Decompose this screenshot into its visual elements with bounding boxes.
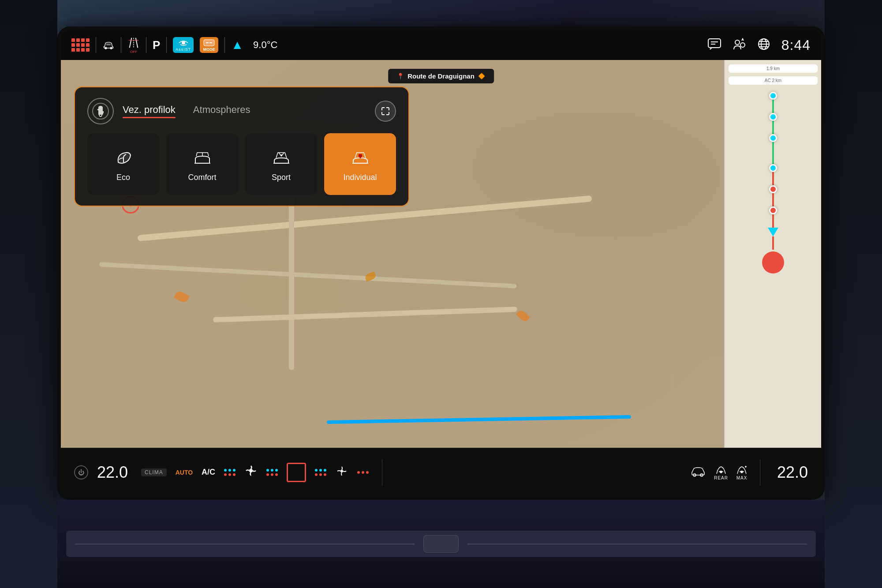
sport-label: Sport <box>272 173 291 182</box>
control-track-left[interactable] <box>75 543 415 545</box>
comfort-label: Comfort <box>188 173 216 182</box>
lane-assist-icon[interactable]: OFF <box>127 37 140 54</box>
map-nav-arrow <box>768 228 778 236</box>
touch-icon <box>87 98 114 124</box>
route-segment-5 <box>772 193 774 206</box>
svg-point-23 <box>741 471 743 473</box>
mode-cards: Eco Co <box>87 133 396 195</box>
assist-button[interactable]: AssIST <box>173 37 194 53</box>
message-icon[interactable] <box>707 38 721 52</box>
route-dot-end <box>762 251 784 273</box>
route-dot-5 <box>769 185 777 193</box>
mode-card-comfort[interactable]: Comfort <box>166 133 238 195</box>
volume-knob[interactable] <box>423 535 459 553</box>
time-display: 8:44 <box>781 37 811 53</box>
route-sign: 📍 Route de Draguignan 🔶 <box>388 69 494 83</box>
center-heat-button[interactable] <box>287 463 306 482</box>
climate-bar: ⏻ 22.0 CLIMA AUTO A/C <box>61 448 821 496</box>
parking-icon[interactable]: P <box>153 38 160 52</box>
svg-point-9 <box>740 43 745 47</box>
svg-point-18 <box>249 469 253 472</box>
fan-icon[interactable] <box>244 464 258 480</box>
temp-left: 22.0 <box>97 463 132 482</box>
status-bar-right: 8:44 <box>707 37 811 53</box>
clima-label: CLIMA <box>141 468 167 476</box>
dash-left <box>0 0 57 588</box>
individual-icon <box>351 148 370 168</box>
max-button[interactable]: MAX <box>736 464 747 480</box>
mode-card-sport[interactable]: Sport <box>245 133 317 195</box>
route-dot-3 <box>769 134 777 142</box>
route-segment-1 <box>772 100 774 113</box>
screen-bezel: OFF P AssIST <box>57 26 825 500</box>
car-outline-icon[interactable] <box>690 466 706 479</box>
route-line-container <box>729 88 818 443</box>
eco-label: Eco <box>116 173 130 182</box>
temperature-display: 9.0°C <box>253 39 277 51</box>
map-info-top: 1.9 km <box>729 64 818 73</box>
home-grid-icon[interactable] <box>71 38 90 52</box>
map-info-bot: AC 2 km <box>729 76 818 85</box>
mode-card-eco[interactable]: Eco <box>87 133 159 195</box>
power-button[interactable]: ⏻ <box>74 465 88 479</box>
overlay-header: Vez. profilok Atmospheres <box>87 98 396 124</box>
svg-point-17 <box>280 154 282 156</box>
screen-content: OFF P AssIST <box>61 30 821 496</box>
auto-label: AUTO <box>176 469 193 476</box>
rear-fan-icon[interactable] <box>335 464 348 480</box>
divider-5 <box>224 37 225 53</box>
airflow-dots-far-right <box>357 471 369 474</box>
climate-divider <box>382 459 382 486</box>
tab-vez-profilok[interactable]: Vez. profilok <box>123 104 176 118</box>
route-segment-6 <box>772 214 774 228</box>
airflow-dots-center <box>266 469 278 476</box>
route-segment-3 <box>772 142 774 164</box>
svg-rect-2 <box>106 44 111 45</box>
nav-arrow-icon[interactable]: ▲ <box>231 38 243 52</box>
divider-1 <box>96 37 96 53</box>
status-bar: OFF P AssIST <box>61 30 821 60</box>
route-dot-4 <box>769 164 777 172</box>
divider-4 <box>166 37 167 53</box>
control-track-right[interactable] <box>467 543 807 545</box>
route-dot-6 <box>769 206 777 214</box>
route-dot-top <box>769 92 777 100</box>
svg-rect-4 <box>204 40 214 46</box>
individual-label: Individual <box>343 173 377 182</box>
divider-3 <box>146 37 146 53</box>
airflow-dots-right <box>315 469 326 476</box>
svg-point-1 <box>110 47 112 49</box>
route-segment-2 <box>772 121 774 134</box>
climate-divider-2 <box>760 459 760 486</box>
profile-icon[interactable] <box>732 37 746 53</box>
tab-atmospheres[interactable]: Atmospheres <box>193 104 250 118</box>
car-icon-btn[interactable] <box>102 39 115 51</box>
route-segment-4 <box>772 172 774 185</box>
svg-rect-5 <box>708 39 721 48</box>
temp-right: 22.0 <box>773 463 808 482</box>
mode-button[interactable]: MODE <box>200 37 218 53</box>
expand-button[interactable] <box>375 101 396 122</box>
car-interior: OFF P AssIST <box>0 0 882 588</box>
control-strip <box>66 531 816 557</box>
route-dot-2 <box>769 113 777 121</box>
map-right-panel: 1.9 km AC 2 km <box>724 60 821 448</box>
svg-point-19 <box>340 470 343 472</box>
dash-right <box>825 0 882 588</box>
profile-overlay: Vez. profilok Atmospheres <box>74 86 409 206</box>
comfort-icon <box>193 148 212 168</box>
main-area: 📍 Route de Draguignan 🔶 ! <box>61 60 821 448</box>
mode-card-individual[interactable]: Individual <box>324 133 396 195</box>
climate-right-btns: REAR MAX 22.0 <box>690 459 808 486</box>
svg-point-8 <box>735 40 740 45</box>
route-segment-7 <box>772 236 774 250</box>
status-bar-left: OFF P AssIST <box>71 37 277 54</box>
overlay-tabs: Vez. profilok Atmospheres <box>123 104 366 118</box>
airflow-dots-left <box>224 469 235 476</box>
rear-button[interactable]: REAR <box>714 464 728 480</box>
center-square-icon <box>287 463 306 482</box>
physical-controls <box>57 500 825 588</box>
ac-label[interactable]: A/C <box>202 468 215 477</box>
globe-icon[interactable] <box>757 37 771 53</box>
sport-icon <box>272 148 291 168</box>
